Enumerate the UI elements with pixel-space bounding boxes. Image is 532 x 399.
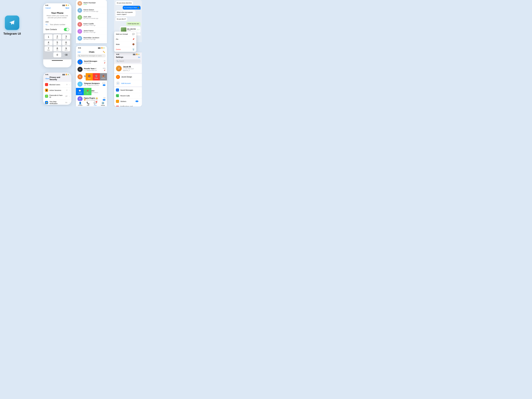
contact-karen[interactable]: K Karen Castillo last seen 1 hour ago bbox=[76, 21, 107, 28]
phone-number-input[interactable] bbox=[50, 24, 71, 25]
add-account-item[interactable]: + Add Account bbox=[114, 80, 142, 86]
passcode-item[interactable]: 🔑 Passcode & Face ID Off › bbox=[43, 93, 71, 99]
archive-button[interactable]: 📥 Archive bbox=[100, 73, 107, 81]
contact-info: Jamie Franco last seen 2 hour ago bbox=[83, 30, 95, 33]
key-2[interactable]: 2ABC bbox=[53, 34, 61, 39]
status-bar-1: 9:41 ▌▌▌ 📶 🔋 bbox=[43, 3, 71, 6]
msg-incoming-3: Do you like it? bbox=[115, 17, 127, 21]
avatar: Z bbox=[77, 15, 82, 20]
pin-icon: 📌 bbox=[104, 70, 105, 71]
key-6[interactable]: 6MNO bbox=[62, 40, 70, 45]
calls-tab-icon: 📞 bbox=[87, 102, 89, 105]
tab-chats-active[interactable]: 💬 2 Chats bbox=[94, 102, 97, 106]
numpad-row-1: 1 2ABC 3DEF bbox=[44, 34, 70, 39]
settings-search-bar[interactable]: 🔍 Search bbox=[115, 59, 140, 63]
status-time-2: 9:41 bbox=[45, 74, 48, 75]
tab-calls-chats[interactable]: 📞 Calls bbox=[87, 102, 89, 106]
chat-content: Pixsellz Team ✓ ✓✓ Hasan Web GIF bbox=[84, 68, 101, 71]
chats-search-bar[interactable]: 🔍 Search for messages or users bbox=[77, 54, 106, 57]
pin-button[interactable]: 📌 Pin bbox=[84, 88, 91, 95]
cancel-button[interactable]: Cancel bbox=[45, 7, 51, 9]
avatar: K bbox=[77, 22, 82, 27]
settings-edit-button[interactable]: Ed bbox=[138, 56, 140, 58]
chat-saved-messages[interactable]: 🔖 Saved Messages image.jpeg Fri 📌 bbox=[76, 58, 107, 66]
status-time-chats: 9:41 bbox=[78, 47, 81, 49]
menu-stickers[interactable]: 😀 Stickers 15 › bbox=[114, 99, 142, 104]
chat-meta: Sat 32 bbox=[103, 97, 105, 101]
key-delete[interactable]: ⌫ bbox=[62, 52, 70, 57]
settings-status-bar: 9:41 ▌▌▌ 📶 🔋 bbox=[114, 52, 142, 56]
chats-title: Chats bbox=[89, 51, 95, 53]
menu-notifications[interactable]: 🔔 Notifications and Sounds › bbox=[114, 104, 142, 106]
account-jacob-design[interactable]: J Jacob Design bbox=[114, 74, 142, 80]
delete-icon: 🗑️ bbox=[95, 75, 98, 77]
your-phone-title: Your Phone bbox=[45, 12, 69, 14]
app-title: Telegram UI bbox=[3, 32, 21, 35]
chat-pixsellz[interactable]: PX Pixsellz Team ✓ ✓✓ Hasan Web GIF 9/29… bbox=[76, 66, 107, 73]
chats-header: Edit Chats ✏️ bbox=[76, 49, 107, 54]
status-time-1: 9:41 bbox=[45, 4, 48, 6]
delete-label: Delete bbox=[95, 78, 98, 79]
contact-jamie[interactable]: J Jamie Franco last seen 2 hour ago bbox=[76, 28, 107, 35]
archive-icon: 📥 bbox=[102, 75, 105, 77]
msg-outgoing-2: I think top two are: bbox=[126, 22, 140, 25]
badge: 32 bbox=[103, 99, 105, 101]
profile-card[interactable]: J Jacob W. +1 202 555 0147 @jacob_d bbox=[114, 64, 142, 73]
two-step-item[interactable]: 🔐 Two-Step Verification On › bbox=[43, 99, 71, 105]
key-8[interactable]: 8TUV bbox=[53, 46, 61, 51]
contact-info: Zack John last seen 25 minutes ago bbox=[83, 16, 98, 19]
compose-button[interactable]: ✏️ bbox=[103, 51, 105, 53]
contact-maximillian[interactable]: M Maximillian Jacobson last seen 5 hour … bbox=[76, 35, 107, 42]
avatar: K bbox=[77, 8, 82, 13]
mute-button[interactable]: 🔇 Mute bbox=[86, 73, 93, 81]
key-4[interactable]: 4GHI bbox=[44, 40, 52, 45]
next-button[interactable]: Next bbox=[65, 7, 69, 9]
chat-telegram-designers[interactable]: TD Telegram Designers GIF, Suggested by … bbox=[76, 81, 107, 88]
passcode-label: Passcode & Face ID bbox=[50, 94, 64, 98]
phone2-nav: ‹ Back Privacy and Security bbox=[43, 76, 71, 82]
context-mute[interactable]: Mute 🔕 bbox=[114, 42, 136, 47]
key-5[interactable]: 5JKL bbox=[53, 40, 61, 45]
numpad-row-4: 0 ⌫ bbox=[44, 52, 70, 57]
delete-button[interactable]: 🗑️ Delete bbox=[93, 73, 100, 81]
back-button[interactable]: ‹ Back bbox=[45, 77, 50, 80]
profile-name: Jacob W. bbox=[123, 66, 134, 68]
profile-phone: +1 202 555 0147 bbox=[123, 68, 134, 70]
twostep-label: Two-Step Verification bbox=[50, 101, 64, 104]
tab-contacts-chats[interactable]: 👤 Contacts bbox=[78, 102, 82, 106]
chats-status-bar: 9:41 ▌▌▌ 📶 🔋 bbox=[76, 46, 107, 49]
country-code: +1 bbox=[45, 24, 49, 25]
key-empty bbox=[44, 52, 52, 57]
sync-toggle[interactable] bbox=[64, 28, 69, 31]
chat-joshua-row: JL Joshua Lawrence Let's choose the firs… bbox=[76, 73, 107, 81]
country-label: USA bbox=[43, 20, 71, 23]
key-9[interactable]: 9WXYZ bbox=[62, 46, 70, 51]
chats-edit-button[interactable]: Edit bbox=[78, 51, 81, 53]
contact-zack[interactable]: Z Zack John last seen 25 minutes ago bbox=[76, 14, 107, 21]
menu-recent-calls[interactable]: 📞 Recent Calls › bbox=[114, 93, 142, 99]
key-1[interactable]: 1 bbox=[44, 34, 52, 39]
pin-label: Pin bbox=[87, 92, 89, 94]
context-pin[interactable]: Pin 📌 bbox=[114, 37, 136, 42]
settings-panel: 9:41 ▌▌▌ 📶 🔋 Settings Ed 🔍 Search J Jaco… bbox=[114, 52, 142, 106]
mark-unread-icon: 💬 bbox=[132, 33, 134, 35]
key-3[interactable]: 3DEF bbox=[62, 34, 70, 39]
contact-kieron[interactable]: K Kieron Dotson last seen 10 minutes ago bbox=[76, 7, 107, 14]
context-mark-unread[interactable]: Mark as Unread 💬 bbox=[114, 32, 136, 37]
tab-settings-chats[interactable]: ⚙️ Settings bbox=[101, 102, 105, 106]
search-icon: 🔍 bbox=[78, 55, 80, 57]
contact-martin[interactable]: M Martin Randolph online bbox=[76, 0, 107, 7]
checkmark-icon: ✓✓ bbox=[137, 29, 140, 31]
twostep-value: On bbox=[65, 102, 67, 103]
msg-incoming-1: Do you know what time bbox=[115, 1, 133, 5]
active-sessions-item[interactable]: 📱 Active Sessions 2 › bbox=[43, 88, 71, 93]
key-7[interactable]: 7PQRS bbox=[44, 46, 52, 51]
pin-icon: 📌 bbox=[86, 89, 89, 92]
blocked-users-item[interactable]: 🚫 Blocked Users 9 › bbox=[43, 82, 71, 88]
unread-button[interactable]: 💬 Unread bbox=[76, 88, 84, 95]
context-delete[interactable]: Delete 🗑️ bbox=[114, 47, 136, 52]
menu-saved-messages[interactable]: 🔖 Saved Messages › bbox=[114, 87, 142, 93]
sessions-value: 2 bbox=[66, 89, 67, 91]
key-0[interactable]: 0 bbox=[53, 52, 61, 57]
contact-martha[interactable]: M Martha Craig last seen yesterday at 21… bbox=[76, 42, 107, 43]
